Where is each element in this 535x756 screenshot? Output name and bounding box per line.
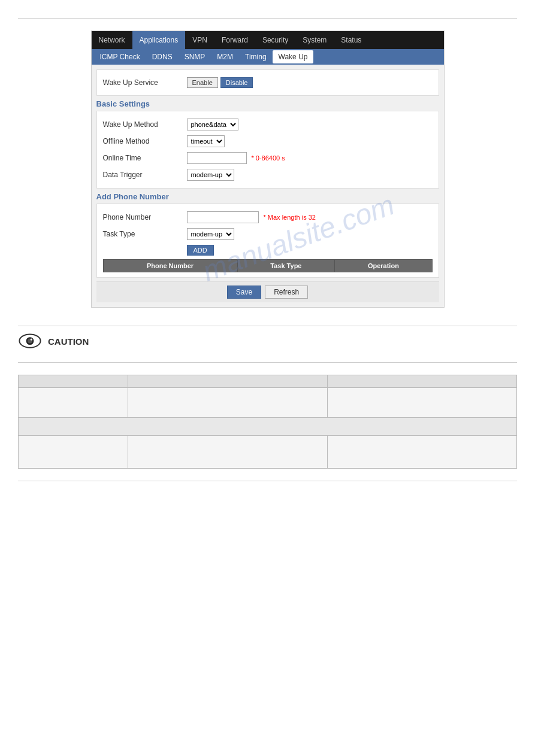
phone-number-input[interactable] bbox=[187, 211, 259, 223]
wakeup-service-label: Wake Up Service bbox=[103, 78, 187, 87]
table-cell bbox=[19, 436, 128, 469]
task-type-select[interactable]: modem-up data bbox=[187, 228, 234, 240]
data-table-col3 bbox=[327, 375, 516, 388]
phone-table-header-number: Phone Number bbox=[103, 260, 237, 272]
svg-point-3 bbox=[31, 339, 32, 341]
add-phone-section: Phone Number * Max length is 32 Task Typ… bbox=[96, 204, 439, 278]
task-type-label: Task Type bbox=[103, 230, 187, 238]
router-panel: Network Applications VPN Forward Securit… bbox=[91, 31, 445, 308]
caution-divider bbox=[18, 362, 517, 363]
nav-m2m[interactable]: M2M bbox=[211, 50, 239, 63]
caution-label: CAUTION bbox=[48, 336, 89, 347]
online-time-control: * 0-86400 s bbox=[187, 152, 285, 164]
bottom-divider bbox=[18, 326, 517, 326]
table-row-span bbox=[19, 418, 517, 436]
nav-snmp[interactable]: SNMP bbox=[179, 50, 211, 63]
save-button[interactable]: Save bbox=[227, 286, 261, 299]
offline-method-control: timeout manual bbox=[187, 135, 225, 147]
phone-table-header-task: Task Type bbox=[237, 260, 335, 272]
data-table-wrapper bbox=[18, 375, 517, 469]
bottom-buttons: Save Refresh bbox=[96, 281, 439, 302]
offline-method-select[interactable]: timeout manual bbox=[187, 135, 225, 147]
data-trigger-control: modem-up data bbox=[187, 169, 234, 181]
table-cell bbox=[128, 388, 328, 418]
phone-table: Phone Number Task Type Operation bbox=[103, 259, 433, 272]
nav-timing[interactable]: Timing bbox=[239, 50, 273, 63]
sub-nav: ICMP Check DDNS SNMP M2M Timing Wake Up bbox=[92, 49, 444, 65]
table-cell bbox=[327, 388, 516, 418]
wake-up-method-control: phone&data phone data bbox=[187, 119, 238, 130]
data-trigger-label: Data Trigger bbox=[103, 171, 187, 179]
nav-vpn[interactable]: VPN bbox=[185, 31, 214, 49]
offline-method-row: Offline Method timeout manual bbox=[103, 133, 433, 150]
nav-status[interactable]: Status bbox=[334, 31, 368, 49]
phone-number-row: Phone Number * Max length is 32 bbox=[103, 209, 433, 226]
add-button[interactable]: ADD bbox=[187, 245, 214, 256]
phone-number-hint: * Max length is 32 bbox=[264, 214, 316, 221]
phone-number-label: Phone Number bbox=[103, 213, 187, 221]
enable-button[interactable]: Enable bbox=[187, 77, 218, 88]
task-type-control: modem-up data bbox=[187, 228, 234, 240]
disable-button[interactable]: Disable bbox=[220, 77, 253, 88]
caution-section: CAUTION bbox=[18, 332, 517, 350]
nav-applications[interactable]: Applications bbox=[132, 31, 186, 49]
wake-up-method-select[interactable]: phone&data phone data bbox=[187, 119, 238, 130]
wakeup-service-row: Wake Up Service Enable Disable bbox=[103, 75, 433, 90]
table-cell bbox=[19, 388, 128, 418]
data-trigger-select[interactable]: modem-up data bbox=[187, 169, 234, 181]
nav-security[interactable]: Security bbox=[255, 31, 295, 49]
phone-table-header-op: Operation bbox=[335, 260, 432, 272]
nav-icmp-check[interactable]: ICMP Check bbox=[94, 50, 146, 63]
top-divider bbox=[18, 18, 517, 19]
top-nav: Network Applications VPN Forward Securit… bbox=[92, 31, 444, 49]
nav-forward[interactable]: Forward bbox=[214, 31, 255, 49]
wake-up-method-row: Wake Up Method phone&data phone data bbox=[103, 116, 433, 133]
data-trigger-row: Data Trigger modem-up data bbox=[103, 166, 433, 183]
wakeup-service-section: Wake Up Service Enable Disable bbox=[96, 69, 439, 96]
table-row bbox=[19, 436, 517, 469]
table-row bbox=[19, 388, 517, 418]
data-table-col2 bbox=[128, 375, 328, 388]
nav-wake-up[interactable]: Wake Up bbox=[273, 50, 314, 63]
table-cell bbox=[128, 436, 328, 469]
wake-up-method-label: Wake Up Method bbox=[103, 120, 187, 129]
caution-eye-icon bbox=[18, 332, 42, 350]
online-time-row: Online Time * 0-86400 s bbox=[103, 150, 433, 166]
task-type-row: Task Type modem-up data bbox=[103, 226, 433, 242]
online-time-label: Online Time bbox=[103, 154, 187, 162]
phone-number-control: * Max length is 32 bbox=[187, 211, 316, 223]
wakeup-service-control: Enable Disable bbox=[187, 77, 253, 88]
data-table bbox=[18, 375, 517, 469]
data-table-col1 bbox=[19, 375, 128, 388]
basic-settings-title: Basic Settings bbox=[96, 99, 439, 108]
table-cell bbox=[327, 436, 516, 469]
offline-method-label: Offline Method bbox=[103, 137, 187, 145]
content-area: Wake Up Service Enable Disable Basic Set… bbox=[92, 65, 444, 307]
basic-settings-section: Wake Up Method phone&data phone data Off… bbox=[96, 111, 439, 189]
final-divider bbox=[18, 481, 517, 481]
nav-network[interactable]: Network bbox=[92, 31, 132, 49]
nav-system[interactable]: System bbox=[295, 31, 334, 49]
add-phone-title: Add Phone Number bbox=[96, 192, 439, 201]
refresh-button[interactable]: Refresh bbox=[265, 286, 308, 299]
online-time-hint: * 0-86400 s bbox=[252, 154, 285, 162]
nav-ddns[interactable]: DDNS bbox=[146, 50, 179, 63]
online-time-input[interactable] bbox=[187, 152, 247, 164]
table-span-cell bbox=[19, 418, 517, 436]
